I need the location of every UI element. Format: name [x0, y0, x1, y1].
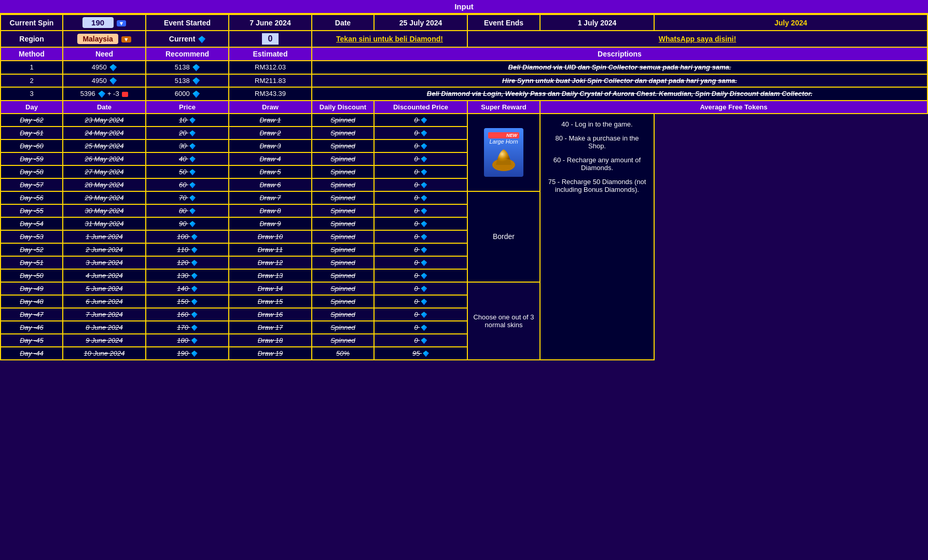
spin-input[interactable]: 190 [82, 17, 114, 28]
method-1-recommend: 5138 [146, 61, 229, 74]
diamond-icon [421, 143, 427, 149]
row-draw: Draw 5 [229, 165, 312, 178]
th-avg-free-tokens: Average Free Tokens [540, 101, 927, 114]
row-discounted-price: 0 [374, 230, 467, 243]
method-row-2: 2 4950 5138 RM211.83 Hire Synn untuk bua… [1, 74, 927, 88]
buy-diamond-link[interactable]: Tekan sini untuk beli Diamond! [312, 31, 467, 47]
date-value: 25 July 2024 [374, 15, 467, 31]
th-daily-discount: Daily Discount [312, 101, 374, 114]
row-daily-discount: Spinned [312, 243, 374, 256]
th-super-reward: Super Reward [467, 101, 540, 114]
diamond-icon [189, 182, 196, 188]
table-row: Day -60 25 May 2024 30 Draw 3 Spinned 0 [1, 139, 927, 152]
region-dropdown-arrow[interactable]: ▼ [121, 36, 131, 43]
diamond-icon [421, 169, 427, 175]
row-day: Day -58 [1, 165, 63, 178]
row-day: Day -48 [1, 295, 63, 308]
row-discounted-price: 0 [374, 256, 467, 269]
diamond-icon [421, 195, 427, 201]
th-price: Price [146, 101, 229, 114]
region-dropdown[interactable]: Malaysia [77, 34, 118, 44]
row-price: 110 [146, 243, 229, 256]
row-price: 70 [146, 191, 229, 204]
row-price: 170 [146, 321, 229, 334]
svg-point-1 [492, 159, 515, 171]
row-draw: Draw 10 [229, 230, 312, 243]
row-price: 10 [146, 114, 229, 127]
row-discounted-price: 0 [374, 114, 467, 127]
diamond-icon [191, 260, 198, 266]
row-discounted-price: 0 [374, 282, 467, 295]
row-draw: Draw 6 [229, 178, 312, 191]
method-2-num: 2 [1, 74, 63, 88]
row-date: 31 May 2024 [63, 217, 146, 230]
region-value[interactable]: Malaysia ▼ [63, 31, 146, 47]
row-draw: Draw 2 [229, 127, 312, 139]
th-draw: Draw [229, 101, 312, 114]
row-discounted-price: 0 [374, 334, 467, 347]
row-daily-discount: Spinned [312, 127, 374, 139]
row-draw: Draw 14 [229, 282, 312, 295]
current-diamond-label: Current [146, 31, 229, 47]
row-day: Day -51 [1, 256, 63, 269]
th-date: Date [63, 101, 146, 114]
diamond-input[interactable]: 0 [262, 33, 279, 45]
diamond-icon [189, 130, 196, 136]
diamond-icon [189, 195, 196, 201]
table-row: Day -51 3 June 2024 120 Draw 12 Spinned … [1, 256, 927, 269]
row-day: Day -56 [1, 191, 63, 204]
row-daily-discount: Spinned [312, 256, 374, 269]
diamond-icon [421, 221, 427, 227]
row-discounted-price: 0 [374, 243, 467, 256]
row-day: Day -55 [1, 204, 63, 217]
diamond-icon [191, 325, 198, 331]
spin-dropdown-arrow[interactable]: ▼ [117, 20, 127, 26]
table-row: Day -55 30 May 2024 80 Draw 8 Spinned 0 [1, 204, 927, 217]
avg-token-4: 75 - Recharge 50 Diamonds (not including… [546, 178, 648, 193]
method-3-num: 3 [1, 87, 63, 101]
event-ends-label: Event Ends [467, 15, 540, 31]
method-row-1: 1 4950 5138 RM312.03 Beli Diamond via UI… [1, 61, 927, 74]
diamond-icon-m3-need [98, 91, 105, 98]
method-1-need: 4950 [63, 61, 146, 74]
row-date: 6 June 2024 [63, 295, 146, 308]
current-diamond-value[interactable]: 0 [229, 31, 312, 47]
method-1-num: 1 [1, 61, 63, 74]
row-date: 28 May 2024 [63, 178, 146, 191]
row-day: Day -59 [1, 152, 63, 165]
method-row-3: 3 5396 + -3 6000 RM343.39 Beli Diamond v… [1, 87, 927, 101]
info-row-1: Current Spin 190 ▼ Event Started 7 June … [1, 15, 927, 31]
july-badge: July 2024 [654, 15, 927, 31]
row-daily-discount: Spinned [312, 269, 374, 282]
row-day: Day -45 [1, 334, 63, 347]
whatsapp-link[interactable]: WhatsApp saya disini! [467, 31, 927, 47]
diamond-icon-m1-need [109, 64, 117, 72]
diamond-icon-m2-need [109, 77, 117, 85]
method-2-recommend: 5138 [146, 74, 229, 88]
row-draw: Draw 4 [229, 152, 312, 165]
row-day: Day -61 [1, 127, 63, 139]
row-date: 24 May 2024 [63, 127, 146, 139]
row-date: 30 May 2024 [63, 204, 146, 217]
current-spin-value[interactable]: 190 ▼ [63, 15, 146, 31]
row-day: Day -47 [1, 308, 63, 321]
diamond-icon [421, 247, 427, 253]
row-discounted-price: 95 [374, 347, 467, 360]
row-price: 160 [146, 308, 229, 321]
method-3-estimated: RM343.39 [229, 87, 312, 101]
row-draw: Draw 12 [229, 256, 312, 269]
row-draw: Draw 16 [229, 308, 312, 321]
ticket-icon-m3 [122, 92, 128, 97]
row-day: Day -62 [1, 114, 63, 127]
diamond-icon-m1-rec [192, 64, 200, 72]
estimated-col-header: Estimated [229, 47, 312, 61]
table-row: Day -44 10 June 2024 190 Draw 19 50% 95 [1, 347, 927, 360]
row-daily-discount: Spinned [312, 295, 374, 308]
row-discounted-price: 0 [374, 152, 467, 165]
avg-token-1: 40 - Log in to the game. [546, 120, 648, 128]
row-draw: Draw 13 [229, 269, 312, 282]
row-daily-discount: Spinned [312, 334, 374, 347]
th-discounted-price: Discounted Price [374, 101, 467, 114]
row-daily-discount: Spinned [312, 191, 374, 204]
table-row: Day -50 4 June 2024 130 Draw 13 Spinned … [1, 269, 927, 282]
